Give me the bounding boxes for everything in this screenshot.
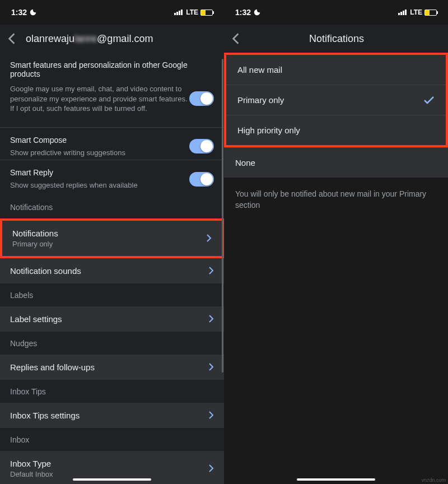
smart-features-toggle[interactable] [189,91,214,106]
option-all-new-mail[interactable]: All new mail [226,55,446,85]
label-settings-row[interactable]: Label settings [0,306,224,332]
option-label: All new mail [237,65,282,75]
option-label: Primary only [237,95,284,105]
nav-header: Notifications [224,25,448,53]
smart-features-desc: Google may use my email, chat, and video… [10,84,189,114]
section-header-inbox: Inbox [0,429,224,451]
status-time: 1:32 [235,8,251,17]
chevron-right-icon [206,234,212,243]
option-primary-only[interactable]: Primary only [226,85,446,115]
smart-features-section: Smart features and personalization in ot… [0,53,224,127]
chevron-right-icon [208,411,214,420]
replies-followups-title: Replies and follow-ups [10,362,95,372]
status-bar: 1:32 LTE [224,0,448,25]
moon-icon [29,8,37,16]
option-none[interactable]: None [224,148,448,178]
chevron-right-icon [208,464,214,473]
status-right: LTE [398,8,437,16]
notifications-title: Notifications [12,229,58,238]
section-header-notifications: Notifications [0,196,224,218]
smart-compose-toggle[interactable] [189,139,214,153]
smart-reply-row[interactable]: Smart Reply Show suggested replies when … [0,160,224,196]
inbox-tips-settings-title: Inbox Tips settings [10,411,80,420]
page-title: Notifications [233,33,440,45]
replies-followups-row[interactable]: Replies and follow-ups [0,355,224,380]
watermark: vnzdn.com [421,477,446,483]
section-header-labels: Labels [0,284,224,306]
notifications-row[interactable]: Notifications Primary only [2,221,222,256]
network-label: LTE [410,8,422,16]
signal-icon [398,10,407,15]
notification-sounds-row[interactable]: Notification sounds [0,258,224,284]
smart-compose-desc: Show predictive writing suggestions [10,148,184,158]
chevron-right-icon [208,266,214,275]
check-icon [423,96,435,105]
notification-sounds-title: Notification sounds [10,266,81,276]
highlight-options: All new mail Primary only High priority … [224,53,448,147]
smart-compose-title: Smart Compose [10,136,184,145]
option-label: High priority only [237,125,300,135]
home-indicator[interactable] [297,478,375,481]
notifications-sub: Primary only [12,240,58,248]
status-time: 1:32 [11,8,27,17]
footer-text: You will only be notified about new mail… [224,178,448,222]
nav-header: olanrewajulanre@gmail.com [0,25,224,53]
smart-compose-row[interactable]: Smart Compose Show predictive writing su… [0,128,224,160]
inbox-tips-settings-row[interactable]: Inbox Tips settings [0,403,224,429]
chevron-right-icon [208,362,214,371]
scroll-indicator[interactable] [222,59,223,373]
option-high-priority[interactable]: High priority only [226,115,446,145]
status-bar: 1:32 LTE [0,0,224,25]
network-label: LTE [186,8,198,16]
status-left: 1:32 [235,8,261,17]
smart-features-title: Smart features and personalization in ot… [10,61,214,78]
section-header-nudges: Nudges [0,332,224,355]
status-right: LTE [174,8,213,16]
battery-icon [424,10,437,16]
moon-icon [253,8,261,16]
battery-icon [200,10,213,16]
back-icon[interactable] [8,32,16,45]
inbox-type-sub: Default Inbox [10,470,53,478]
label-settings-title: Label settings [10,314,62,324]
right-phone: 1:32 LTE Notifications All new mail Prim… [224,0,448,484]
left-phone: 1:32 LTE olanrewajulanre@gmail.com Smart… [0,0,224,484]
section-header-inbox-tips: Inbox Tips [0,380,224,403]
account-email: olanrewajulanre@gmail.com [26,33,153,45]
smart-reply-title: Smart Reply [10,168,184,177]
smart-reply-toggle[interactable] [189,172,214,187]
inbox-type-title: Inbox Type [10,459,53,468]
status-left: 1:32 [11,8,37,17]
option-label: None [235,158,255,167]
smart-reply-desc: Show suggested replies when available [10,180,184,190]
chevron-right-icon [208,314,214,323]
signal-icon [174,10,183,15]
highlight-notifications: Notifications Primary only [0,218,224,258]
home-indicator[interactable] [73,478,151,481]
